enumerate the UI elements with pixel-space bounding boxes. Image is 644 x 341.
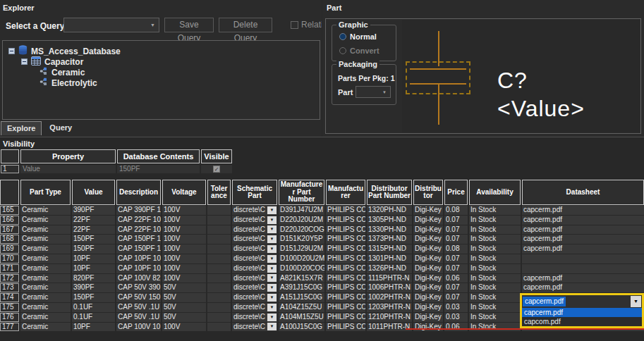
expand-minus-icon[interactable]: [8, 48, 15, 54]
radio-convert[interactable]: Convert: [339, 46, 379, 55]
table-cell: Ceramic: [20, 235, 71, 244]
radio-selected-icon: [339, 33, 346, 40]
visibility-row[interactable]: 1 Value 150PF ✓: [1, 165, 232, 173]
tab-query[interactable]: Query: [44, 121, 78, 135]
column-header[interactable]: Manufacturer: [326, 180, 365, 205]
tree-item-part-type[interactable]: Electrolytic: [40, 78, 97, 88]
tree-item-part-type[interactable]: Ceramic: [40, 67, 85, 78]
table-row[interactable]: 165Ceramic390PFCAP 390PF 1100Vdiscrete\C…: [0, 206, 644, 215]
table-cell: 390PF: [72, 283, 115, 292]
row-number[interactable]: 172: [0, 274, 19, 283]
schematic-part-value: discrete\C: [233, 293, 265, 302]
column-header[interactable]: Price: [444, 180, 468, 205]
relation-checkbox[interactable]: Relation: [291, 20, 322, 30]
schematic-part-value: discrete\C: [233, 235, 265, 244]
table-row[interactable]: 166Ceramic22PFCAP 22PF 10100Vdiscrete\C▼…: [0, 216, 644, 225]
column-header[interactable]: Value: [72, 180, 115, 205]
table-cell: 0.07: [444, 264, 468, 273]
column-header[interactable]: Tolerance: [207, 180, 231, 205]
column-header[interactable]: Manufacturer Part Number: [279, 180, 324, 205]
table-row[interactable]: 169Ceramic150PFCAP 150PF 1100Vdiscrete\C…: [0, 244, 644, 254]
schematic-dropdown-button[interactable]: ▼: [267, 323, 277, 330]
table-cell: PHILIPS COM: [326, 293, 365, 302]
table-row[interactable]: 170Ceramic10PFCAP 10PF 10100Vdiscrete\C▼…: [0, 254, 644, 264]
row-number[interactable]: 169: [0, 244, 19, 254]
column-header[interactable]: Distributor: [413, 180, 443, 205]
visibility-table: Property Database Contents Visible 1 Val…: [1, 149, 232, 175]
table-row[interactable]: 168Ceramic150PFCAP 150PF 1100Vdiscrete\C…: [0, 235, 644, 244]
column-header[interactable]: Property: [20, 149, 116, 163]
schematic-dropdown-button[interactable]: ▼: [267, 216, 277, 224]
column-header[interactable]: Availability: [469, 180, 521, 205]
row-number[interactable]: 168: [0, 235, 19, 244]
column-header[interactable]: Distributor Part Number: [367, 180, 412, 205]
table-row[interactable]: 172Ceramic820PFCAP 100V 82100Vdiscrete\C…: [0, 274, 644, 283]
column-header[interactable]: Schematic Part: [232, 180, 277, 205]
column-header[interactable]: Datasheet: [522, 180, 644, 205]
table-cell: [207, 254, 231, 264]
schematic-dropdown-button[interactable]: ▼: [267, 314, 277, 321]
table-cell: Digi-Key: [413, 293, 443, 302]
schematic-dropdown-button[interactable]: ▼: [267, 245, 277, 253]
schematic-dropdown-button[interactable]: ▼: [267, 294, 277, 302]
table-cell: CAP 22PF 10: [116, 216, 161, 225]
tree-item-table[interactable]: Capacitor: [21, 56, 83, 67]
column-header[interactable]: Visible: [201, 149, 232, 163]
part-preview-box: Graphic Normal Convert Packaging Parts P…: [325, 18, 641, 134]
part-select[interactable]: ▼: [356, 86, 391, 98]
radio-normal[interactable]: Normal: [339, 32, 377, 41]
chevron-down-icon[interactable]: ▼: [631, 296, 641, 307]
row-number[interactable]: 166: [0, 216, 19, 225]
part-panel: Part Graphic Normal Convert Packaging Pa…: [322, 0, 644, 137]
delete-query-button[interactable]: Delete Query: [219, 18, 272, 32]
schematic-dropdown-button[interactable]: ▼: [267, 255, 277, 263]
schematic-part-cell: discrete\C▼: [232, 264, 277, 273]
table-cell: 22PF: [72, 216, 115, 225]
schematic-part-value: discrete\C: [233, 264, 265, 273]
column-header[interactable]: Description: [116, 180, 161, 205]
table-cell: PHILIPS COM: [326, 216, 365, 225]
schematic-dropdown-button[interactable]: ▼: [267, 284, 277, 292]
row-number[interactable]: 175: [0, 303, 19, 312]
table-row[interactable]: 171Ceramic10PFCAP 10PF 10100Vdiscrete\C▼…: [0, 264, 644, 273]
row-number[interactable]: 176: [0, 313, 19, 322]
dropdown-option[interactable]: capcom.pdf: [522, 317, 642, 326]
dropdown-option[interactable]: capcerm.pdf: [522, 308, 642, 317]
schematic-dropdown-button[interactable]: ▼: [267, 265, 277, 273]
schematic-dropdown-button[interactable]: ▼: [267, 235, 277, 243]
schematic-dropdown-button[interactable]: ▼: [267, 225, 277, 233]
table-cell: 100V: [162, 323, 206, 332]
schematic-dropdown-button[interactable]: ▼: [267, 274, 277, 282]
row-number[interactable]: 174: [0, 293, 19, 302]
schematic-dropdown-button[interactable]: ▼: [267, 206, 277, 214]
table-row[interactable]: 173Ceramic390PFCAP 50V 39050Vdiscrete\C▼…: [0, 283, 644, 292]
row-number[interactable]: 177: [0, 323, 19, 332]
parts-per-pkg-label: Parts Per Pkg: 1: [338, 74, 395, 82]
table-row[interactable]: 167Ceramic22PFCAP 22PF 10100Vdiscrete\C▼…: [0, 225, 644, 235]
datasheet-dropdown[interactable]: capcerm.pdf ▼ capcerm.pdf capcom.pdf: [520, 293, 644, 328]
schematic-part-value: discrete\C: [233, 303, 265, 312]
table-cell: [207, 225, 231, 235]
save-query-button[interactable]: Save Query: [164, 18, 214, 32]
table-cell: 0.07: [444, 225, 468, 235]
datasheet-dropdown-closed[interactable]: capcerm.pdf ▼: [522, 295, 642, 308]
row-number[interactable]: 167: [0, 225, 19, 235]
column-header[interactable]: Part Type: [20, 180, 71, 205]
tree-item-database[interactable]: MS_Access_Database: [8, 46, 121, 56]
table-cell: PHILIPS COM: [326, 244, 365, 254]
row-number[interactable]: 171: [0, 264, 19, 273]
expand-minus-icon[interactable]: [21, 58, 28, 65]
column-header[interactable]: Voltage: [162, 180, 206, 205]
table-cell: 150PF: [72, 235, 115, 244]
row-number[interactable]: 170: [0, 254, 19, 264]
checkbox-checked-icon[interactable]: ✓: [213, 166, 220, 173]
schematic-part-value: discrete\C: [233, 313, 265, 322]
row-number[interactable]: 173: [0, 283, 19, 292]
column-header[interactable]: Database Contents: [117, 149, 200, 163]
tab-explore[interactable]: Explore: [1, 121, 42, 135]
schematic-dropdown-button[interactable]: ▼: [267, 304, 277, 311]
table-cell: Digi-Key: [413, 323, 443, 332]
query-select[interactable]: ▼: [63, 18, 159, 32]
column-header[interactable]: [0, 180, 19, 205]
row-number[interactable]: 165: [0, 206, 19, 215]
